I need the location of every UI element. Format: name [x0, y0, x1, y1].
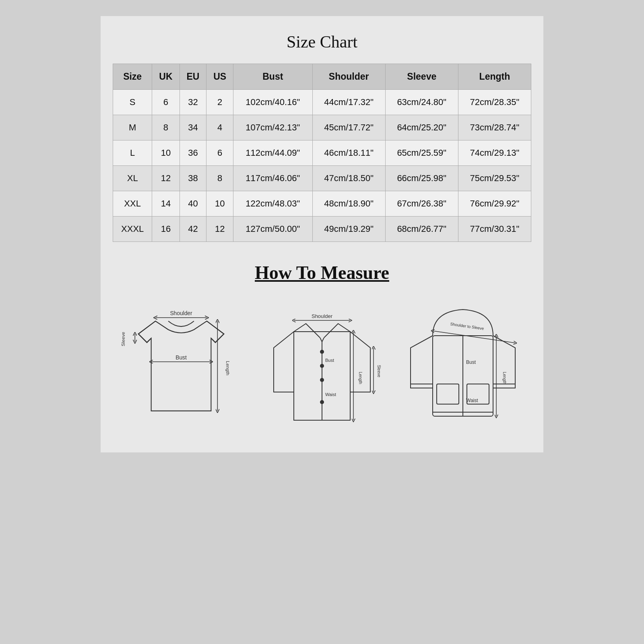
- table-cell: 77cm/30.31": [458, 217, 531, 242]
- table-header-us: US: [206, 64, 233, 90]
- table-cell: 42: [180, 217, 206, 242]
- svg-text:Length: Length: [358, 372, 363, 384]
- table-row: L10366112cm/44.09"46cm/18.11"65cm/25.59"…: [113, 140, 531, 166]
- table-header-sleeve: Sleeve: [385, 64, 458, 90]
- tshirt-svg: Shoulder Sleeve Bust Length: [121, 295, 242, 432]
- svg-line-10: [322, 338, 324, 342]
- table-cell: S: [113, 90, 152, 115]
- svg-text:Length: Length: [225, 361, 231, 376]
- table-cell: 49cm/19.29": [312, 217, 385, 242]
- table-cell: 72cm/28.35": [458, 90, 531, 115]
- table-cell: 74cm/29.13": [458, 140, 531, 166]
- table-cell: 73cm/28.74": [458, 115, 531, 140]
- table-cell: 14: [152, 191, 180, 217]
- table-cell: 68cm/26.77": [385, 217, 458, 242]
- table-cell: 122cm/48.03": [233, 191, 313, 217]
- table-cell: 102cm/40.16": [233, 90, 313, 115]
- table-cell: 75cm/29.53": [458, 166, 531, 191]
- table-cell: 12: [206, 217, 233, 242]
- svg-text:Shoulder: Shoulder: [312, 313, 333, 319]
- svg-point-13: [320, 364, 324, 367]
- hoodie-diagram: Shoulder to Sleeve Bust Waist Length: [394, 295, 531, 432]
- table-cell: 12: [152, 166, 180, 191]
- table-cell: 10: [206, 191, 233, 217]
- svg-point-12: [320, 350, 324, 353]
- table-cell: 40: [180, 191, 206, 217]
- table-cell: 46cm/18.11": [312, 140, 385, 166]
- table-cell: 117cm/46.06": [233, 166, 313, 191]
- svg-text:Bust: Bust: [466, 359, 476, 365]
- table-cell: 112cm/44.09": [233, 140, 313, 166]
- table-cell: 8: [206, 166, 233, 191]
- table-cell: 38: [180, 166, 206, 191]
- table-cell: 8: [152, 115, 180, 140]
- table-cell: 64cm/25.20": [385, 115, 458, 140]
- table-cell: 107cm/42.13": [233, 115, 313, 140]
- table-cell: 45cm/17.72": [312, 115, 385, 140]
- table-cell: 47cm/18.50": [312, 166, 385, 191]
- table-cell: 2: [206, 90, 233, 115]
- table-row: S6322102cm/40.16"44cm/17.32"63cm/24.80"7…: [113, 90, 531, 115]
- size-table: SizeUKEUUSBustShoulderSleeveLength S6322…: [113, 64, 531, 242]
- hoodie-svg: Shoulder to Sleeve Bust Waist Length: [402, 295, 523, 432]
- table-cell: 34: [180, 115, 206, 140]
- table-cell: L: [113, 140, 152, 166]
- svg-point-14: [320, 378, 324, 382]
- svg-text:Bust: Bust: [325, 358, 334, 363]
- svg-text:Shoulder to Sleeve: Shoulder to Sleeve: [450, 322, 485, 331]
- table-header-size: Size: [113, 64, 152, 90]
- table-cell: XL: [113, 166, 152, 191]
- table-row: XXL144010122cm/48.03"48cm/18.90"67cm/26.…: [113, 191, 531, 217]
- table-cell: 66cm/25.98": [385, 166, 458, 191]
- table-cell: 10: [152, 140, 180, 166]
- table-cell: 127cm/50.00": [233, 217, 313, 242]
- table-header-length: Length: [458, 64, 531, 90]
- svg-text:Waist: Waist: [325, 392, 336, 397]
- table-cell: 6: [206, 140, 233, 166]
- svg-text:Waist: Waist: [466, 398, 478, 403]
- tshirt-diagram: Shoulder Sleeve Bust Length: [113, 295, 250, 432]
- svg-line-9: [320, 338, 322, 342]
- svg-text:Shoulder: Shoulder: [170, 310, 192, 316]
- table-header-eu: EU: [180, 64, 206, 90]
- table-row: XL12388117cm/46.06"47cm/18.50"66cm/25.98…: [113, 166, 531, 191]
- table-header-shoulder: Shoulder: [312, 64, 385, 90]
- table-header-row: SizeUKEUUSBustShoulderSleeveLength: [113, 64, 531, 90]
- diagrams-container: Shoulder Sleeve Bust Length: [113, 295, 531, 432]
- svg-text:Sleeve: Sleeve: [121, 332, 126, 347]
- table-cell: 63cm/24.80": [385, 90, 458, 115]
- table-cell: XXXL: [113, 217, 152, 242]
- shirt-diagram: Shoulder Bust Waist Sleeve Length: [254, 295, 390, 432]
- table-cell: 4: [206, 115, 233, 140]
- svg-text:Bust: Bust: [175, 354, 187, 361]
- svg-text:Sleeve: Sleeve: [377, 365, 381, 378]
- table-cell: 76cm/29.92": [458, 191, 531, 217]
- table-row: XXXL164212127cm/50.00"49cm/19.29"68cm/26…: [113, 217, 531, 242]
- table-cell: 16: [152, 217, 180, 242]
- table-cell: 67cm/26.38": [385, 191, 458, 217]
- table-header-uk: UK: [152, 64, 180, 90]
- svg-text:Length: Length: [502, 372, 507, 384]
- main-container: Size Chart SizeUKEUUSBustShoulderSleeveL…: [101, 16, 543, 452]
- how-to-measure-title: How To Measure: [113, 262, 531, 283]
- table-cell: 48cm/18.90": [312, 191, 385, 217]
- table-cell: 6: [152, 90, 180, 115]
- shirt-svg: Shoulder Bust Waist Sleeve Length: [262, 295, 382, 432]
- table-cell: 36: [180, 140, 206, 166]
- table-cell: 44cm/17.32": [312, 90, 385, 115]
- table-row: M8344107cm/42.13"45cm/17.72"64cm/25.20"7…: [113, 115, 531, 140]
- svg-line-31: [433, 331, 515, 343]
- svg-point-15: [320, 400, 324, 404]
- svg-rect-26: [437, 384, 459, 404]
- page-title: Size Chart: [113, 32, 531, 52]
- table-cell: 32: [180, 90, 206, 115]
- table-cell: XXL: [113, 191, 152, 217]
- table-header-bust: Bust: [233, 64, 313, 90]
- table-cell: M: [113, 115, 152, 140]
- table-cell: 65cm/25.59": [385, 140, 458, 166]
